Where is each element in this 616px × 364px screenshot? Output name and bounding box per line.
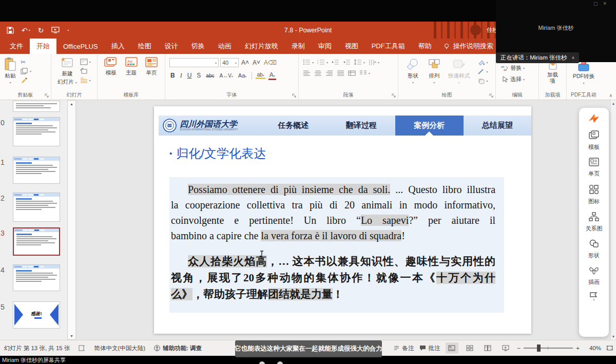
slide-thumbnail-1[interactable]	[13, 157, 60, 184]
paragraph-tool-icon-1-2[interactable]: 12▾	[317, 59, 328, 66]
slide-layout-icon[interactable]: ▾	[80, 59, 91, 65]
ribbon-tab-11[interactable]: 审阅	[312, 39, 338, 54]
zoom-percentage[interactable]: 40%	[585, 345, 601, 351]
slide-thumbnail-3[interactable]	[13, 227, 60, 256]
editor-scroll-down-icon[interactable]: ▼	[611, 335, 616, 338]
paragraph-tool-icon-1-6[interactable]: A▾	[369, 59, 379, 66]
shrink-font-icon[interactable]: A˅	[252, 59, 261, 66]
paragraph-tool-icon-2-4[interactable]	[337, 70, 344, 76]
ribbon-tab-14[interactable]: 帮助	[412, 39, 438, 54]
ribbon-tab-4[interactable]: 插入	[105, 39, 131, 54]
officeplus-bird-icon[interactable]	[588, 113, 600, 124]
slide-thumbnail-2[interactable]	[13, 193, 60, 222]
slide-nav-tab[interactable]: 任务概述	[259, 116, 328, 136]
character-spacing-icon[interactable]: A↔V▾	[218, 73, 234, 79]
text-shadow-icon[interactable]: S	[196, 72, 202, 79]
sidebar-item-illustration[interactable]: 插画	[586, 266, 603, 286]
window-controls[interactable]: ▢✕	[593, 1, 612, 6]
arrange-button[interactable]: 排列▾	[428, 58, 441, 90]
zoom-slider-thumb[interactable]	[537, 344, 541, 352]
paragraph-tool-icon-2-1[interactable]	[303, 70, 311, 76]
account-avatar[interactable]	[470, 25, 481, 35]
collapse-ribbon-icon[interactable]: ∧	[609, 93, 612, 98]
clipboard-dialog-launcher[interactable]	[45, 93, 49, 98]
section-icon[interactable]: ▾	[80, 77, 91, 84]
ribbon-tab-8[interactable]: 动画	[211, 39, 238, 54]
drawing-dialog-launcher[interactable]	[489, 93, 494, 98]
sidebar-item-relation-diagram[interactable]: 关系图	[586, 212, 603, 233]
slide-thumbnail-4[interactable]	[13, 264, 60, 291]
paragraph-tool-icon-2-2[interactable]	[314, 70, 322, 76]
slide-sorter-view-button[interactable]	[464, 342, 476, 354]
bold-icon[interactable]: B	[169, 72, 176, 79]
ribbon-tab-13[interactable]: PDF工具箱	[365, 39, 412, 54]
paragraph-tool-icon-2-5[interactable]	[348, 70, 356, 76]
thumbnail-scrollbar[interactable]: ▲ ▼	[67, 100, 76, 340]
slide-thumbnail-partial[interactable]	[13, 101, 60, 112]
zoom-slider[interactable]	[524, 348, 573, 349]
ribbon-tab-9[interactable]: 幻灯片放映	[238, 39, 285, 54]
zoom-out-icon[interactable]: −	[517, 345, 521, 351]
clear-formatting-icon[interactable]: A⌫	[263, 59, 278, 66]
copy-icon[interactable]: ▾	[21, 68, 31, 74]
reset-slide-icon[interactable]	[80, 68, 91, 74]
slide-nav-tab[interactable]: 案例分析	[395, 116, 464, 136]
accessibility-status[interactable]: 辅助功能: 调查	[154, 344, 202, 352]
quick-styles-button[interactable]: 快速样式▾	[448, 58, 470, 90]
ribbon-tab-12[interactable]: 视图	[338, 39, 365, 54]
shape-effects-icon[interactable]: ▾	[477, 78, 488, 84]
slide-thumbnail-5[interactable]: 感谢!	[13, 301, 60, 329]
shape-outline-icon[interactable]: ▾	[477, 68, 488, 75]
tell-me-search[interactable]: 操作说明搜索	[444, 39, 493, 54]
scroll-down-icon[interactable]: ▼	[68, 334, 75, 338]
format-painter-icon[interactable]	[21, 76, 31, 83]
slide-nav-tab[interactable]: 翻译过程	[328, 116, 396, 136]
language-indicator[interactable]: 简体中文(中国大陆)	[94, 344, 145, 352]
collapse-chevron-icon[interactable]: ∧	[571, 55, 574, 60]
strikethrough-icon[interactable]: abc	[205, 73, 215, 79]
notes-button[interactable]: 备注	[393, 344, 414, 352]
editor-scroll-up-icon[interactable]: ▲	[611, 102, 616, 105]
fit-to-window-icon[interactable]	[606, 345, 613, 351]
template-library-button-3[interactable]: 单页	[145, 57, 158, 90]
slideshow-view-button[interactable]	[499, 342, 512, 354]
slide-canvas[interactable]: SISU 四川外国语大学 SICHUAN INTERNATIONAL STUDI…	[154, 106, 531, 334]
ribbon-tab-6[interactable]: 设计	[158, 39, 185, 54]
font-color-icon[interactable]: A▾	[268, 71, 276, 80]
change-case-icon[interactable]: Aa▾	[237, 72, 247, 79]
paragraph-tool-icon-1-5[interactable]: ▾	[354, 59, 365, 66]
slide-text-box[interactable]: Possiamo ottenere di più insieme che da …	[169, 177, 504, 313]
pdf-convert-button[interactable]: PDF转换▾	[573, 73, 594, 85]
replace-button[interactable]: abac 替换▾	[501, 64, 538, 72]
select-button[interactable]: 选择▾	[501, 75, 538, 83]
shape-fill-icon[interactable]: ▾	[477, 59, 488, 66]
slide-thumbnail-0[interactable]	[13, 117, 60, 146]
slide-nav-tab[interactable]: 总结展望	[464, 116, 532, 136]
meeting-control-icon[interactable]	[259, 361, 265, 364]
cut-icon[interactable]: ✂	[21, 59, 31, 66]
paragraph-dialog-launcher[interactable]	[392, 93, 396, 98]
scroll-up-icon[interactable]: ▲	[68, 102, 75, 106]
speaking-indicator[interactable]: 正在讲话：Miriam 张佳杪∧	[496, 52, 579, 63]
addins-button[interactable]: 加载项	[547, 71, 559, 84]
paragraph-tool-icon-1-3[interactable]	[332, 59, 339, 66]
template-library-button-1[interactable]: 模板	[104, 57, 118, 90]
slide-title[interactable]: •归化/文学化表达	[169, 145, 266, 162]
paste-button[interactable]: 粘贴▾	[4, 57, 16, 90]
ribbon-tab-2[interactable]: 开始	[30, 39, 56, 54]
grow-font-icon[interactable]: A˄	[240, 59, 250, 66]
paragraph-tool-icon-1-4[interactable]	[343, 59, 351, 66]
ribbon-tab-1[interactable]: 文件	[3, 39, 30, 54]
paragraph-tool-icon-1-1[interactable]: ▾	[303, 59, 314, 66]
sidebar-item-icons[interactable]: 图标	[586, 184, 603, 205]
zoom-in-icon[interactable]: +	[576, 345, 580, 351]
shapes-button[interactable]: 形状▾	[406, 58, 420, 90]
ribbon-tab-5[interactable]: 绘图	[131, 39, 158, 54]
italic-icon[interactable]: I	[179, 72, 183, 80]
display-settings-icon[interactable]	[79, 345, 85, 351]
ribbon-tab-3[interactable]: OfficePLUS	[56, 39, 105, 54]
comments-button[interactable]: 批注	[419, 344, 440, 352]
reading-view-button[interactable]	[482, 342, 494, 354]
sidebar-item-shapes[interactable]: 形状	[586, 239, 603, 259]
sidebar-item-single-page[interactable]: 单页	[586, 158, 603, 178]
